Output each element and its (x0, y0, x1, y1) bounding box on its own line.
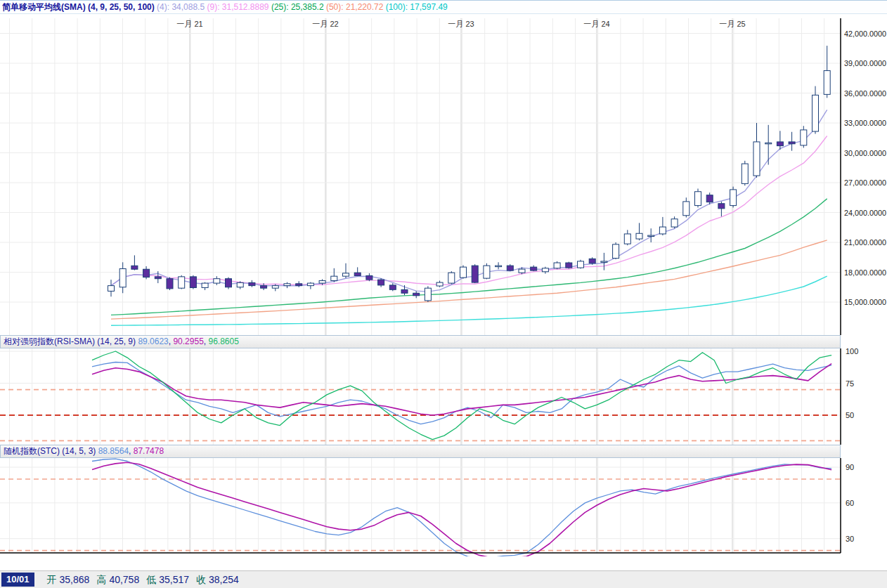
candle-down (354, 273, 361, 275)
x-axis-month-label: 一月 23 (448, 20, 474, 28)
rsi-tick-label: 50 (846, 411, 854, 419)
stc-sep1: , (129, 446, 134, 456)
sma9-key: (9): (205, 2, 219, 12)
rsi-tick-label: 75 (846, 379, 854, 388)
candle-up (765, 143, 772, 144)
candle-down (296, 284, 302, 286)
sma50-value: 21,220.72 (344, 2, 384, 12)
candle-up (671, 219, 678, 227)
candle-up (108, 286, 115, 292)
high-value: 40,758 (109, 574, 139, 585)
candle-down (413, 293, 420, 296)
candle-up (812, 95, 819, 131)
candle-up (214, 279, 220, 283)
stc-tick-label: 30 (846, 535, 854, 543)
stc-value-blue: 88.8564 (98, 446, 129, 456)
x-axis-month-label: 一月 22 (312, 20, 338, 28)
rsi-sep2: , (204, 337, 209, 346)
price-tick-label: 39,000.0000 (844, 59, 886, 67)
stc-header-bar: 随机指数(STC) (14, 5, 3) 88.8564, 87.7478 (0, 445, 841, 458)
candle-up (284, 284, 290, 286)
stc-value-magenta: 87.7478 (134, 446, 164, 456)
candle-down (143, 269, 150, 277)
sma100-value: 17,597.49 (408, 2, 448, 12)
sma50-key: (50): (324, 2, 344, 12)
candle-up (648, 235, 654, 237)
candle-up (601, 261, 607, 263)
candle-up (484, 266, 490, 278)
price-tick-label: 30,000.0000 (844, 149, 886, 157)
rsi-tick-label: 100 (846, 348, 858, 355)
candle-down (131, 266, 138, 269)
x-axis-month-label: 一月 25 (719, 20, 745, 28)
price-candlestick-chart[interactable]: 一月 21一月 22一月 23一月 24一月 2542,000.000039,0… (0, 14, 887, 335)
rsi-value-green: 96.8605 (209, 337, 239, 346)
candle-up (683, 202, 689, 216)
sma4-line (111, 110, 827, 292)
high-label: 高 (96, 574, 106, 585)
sma25-value: 25,385.2 (289, 2, 324, 12)
candle-down (718, 204, 725, 209)
rsi-header-label: 相对强弱指数(RSI-SMA) (14, 25, 9) (4, 337, 138, 346)
price-tick-label: 42,000.0000 (844, 30, 886, 38)
sma25-line (111, 199, 827, 315)
sma25-key: (25): (269, 2, 289, 12)
candle-up (319, 281, 325, 284)
rsi-indicator-chart[interactable]: 1007550 (0, 348, 887, 445)
rsi-value-blue: 89.0623 (138, 337, 168, 346)
close-label: 收 (196, 574, 206, 585)
candle-up (659, 227, 666, 234)
candle-down (531, 267, 537, 270)
candle-up (272, 286, 278, 289)
candle-up (119, 269, 126, 287)
candle-up (202, 283, 208, 287)
candle-up (695, 192, 701, 206)
candle-up (307, 283, 313, 286)
candle-down (507, 266, 513, 270)
candle-down (589, 259, 595, 263)
price-tick-label: 36,000.0000 (844, 89, 886, 98)
rsi-header-bar: 相对强弱指数(RSI-SMA) (14, 25, 9) 89.0623, 90.… (0, 335, 841, 348)
stc-header-label: 随机指数(STC) (14, 5, 3) (4, 446, 98, 456)
candle-up (801, 130, 807, 145)
candle-down (789, 142, 795, 144)
sma-header-label: 简单移动平均线(SMA) (4, 9, 25, 50, 100) (2, 2, 155, 12)
ohlc-status-bar: 10/01开35,868高40,758低35,517收38,254 (0, 570, 887, 588)
open-label: 开 (47, 574, 57, 585)
price-tick-label: 27,000.0000 (844, 178, 886, 187)
candle-up (436, 282, 443, 286)
stc-tick-label: 60 (846, 499, 854, 507)
candle-up (496, 266, 502, 267)
price-tick-label: 15,000.0000 (844, 298, 886, 306)
candle-up (636, 233, 642, 239)
candle-up (460, 267, 467, 277)
candle-up (578, 261, 584, 268)
price-tick-label: 18,000.0000 (844, 268, 886, 277)
close-value: 38,254 (209, 574, 239, 585)
candle-up (331, 276, 337, 280)
low-value: 35,517 (159, 574, 189, 585)
candle-down (155, 277, 161, 279)
x-axis-month-label: 一月 21 (176, 20, 202, 28)
candle-down (261, 286, 267, 289)
candle-up (343, 273, 349, 276)
price-tick-label: 24,000.0000 (844, 209, 886, 217)
price-tick-label: 33,000.0000 (844, 119, 886, 127)
open-value: 35,868 (60, 574, 90, 585)
stc-tick-label: 90 (846, 463, 854, 471)
candle-down (190, 277, 196, 288)
candle-down (777, 142, 783, 146)
sma9-value: 31,512.8889 (219, 2, 268, 12)
candle-down (167, 279, 173, 289)
date-badge: 10/01 (1, 573, 34, 587)
candle-up (179, 277, 185, 288)
stc-indicator-chart[interactable]: 906030 (0, 458, 887, 556)
candle-up (542, 268, 548, 272)
candle-up (824, 71, 830, 95)
candle-up (753, 142, 760, 176)
candle-down (401, 289, 408, 293)
candle-up (613, 244, 619, 259)
candle-up (730, 190, 737, 206)
candle-down (566, 263, 572, 268)
candle-up (237, 282, 243, 287)
